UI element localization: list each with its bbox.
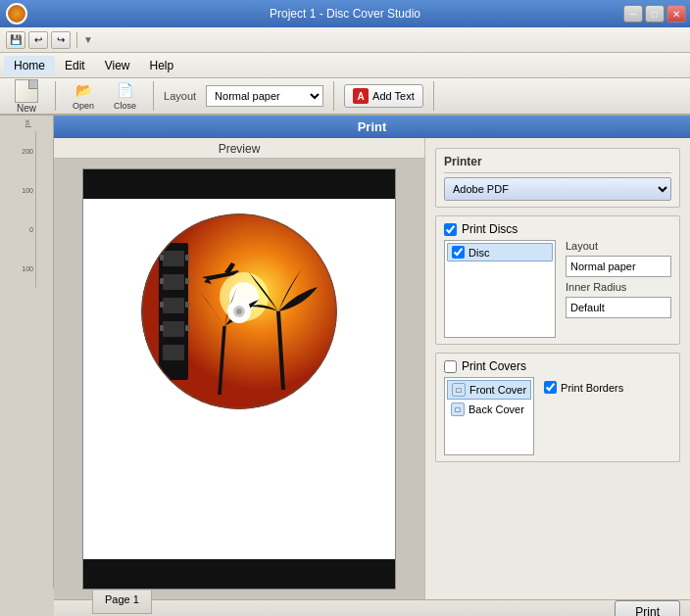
toolbar-extra: ▼ [83, 34, 93, 45]
dialog-title: Print [54, 116, 690, 138]
printer-section-header: Printer [444, 155, 671, 173]
print-discs-checkbox[interactable] [444, 223, 457, 236]
menu-edit[interactable]: Edit [55, 56, 95, 75]
add-text-icon: A [353, 88, 369, 104]
print-discs-section: Print Discs Disc Layout Normal paper [435, 215, 680, 345]
menu-view[interactable]: View [95, 56, 140, 75]
print-borders-row: Print Borders [544, 381, 623, 394]
menu-home[interactable]: Home [4, 56, 55, 75]
disc-checkbox[interactable] [452, 246, 465, 259]
back-cover-icon: □ [451, 403, 465, 416]
svg-rect-13 [160, 302, 164, 308]
menu-help[interactable]: Help [140, 56, 184, 75]
svg-rect-7 [163, 274, 184, 290]
preview-area: Preview [54, 138, 425, 599]
disc-list: Disc [444, 240, 556, 338]
print-dialog: Print Preview [54, 116, 690, 589]
print-borders-checkbox[interactable] [544, 381, 557, 394]
inner-radius-value: Default [566, 297, 671, 318]
layout-select[interactable]: Normal paper CD Single DVD [206, 85, 323, 107]
window-controls[interactable]: ─ □ ✕ [623, 5, 686, 23]
px-label: px [23, 119, 31, 127]
open-icon: 📂 [74, 81, 92, 99]
printer-row: Adobe PDF Microsoft Print to PDF [444, 177, 671, 201]
menu-bar: Home Edit View Help [0, 53, 690, 78]
disc-right-col: Layout Normal paper Inner Radius Default [566, 240, 671, 338]
back-cover-item[interactable]: □ Back Cover [447, 401, 531, 418]
svg-rect-14 [160, 325, 164, 331]
print-covers-checkbox[interactable] [444, 360, 457, 373]
svg-rect-17 [185, 302, 189, 308]
save-button[interactable]: 💾 [6, 31, 25, 49]
right-panel: Printer Adobe PDF Microsoft Print to PDF… [425, 138, 690, 599]
toolbar-separator [76, 32, 77, 48]
open-label: Open [73, 101, 94, 111]
ribbon-sep4 [433, 81, 434, 111]
new-doc-icon [15, 79, 38, 103]
preview-page [82, 168, 396, 590]
close-button[interactable]: ✕ [666, 5, 686, 23]
ribbon-open[interactable]: 📂 Open [66, 78, 101, 114]
app-logo [6, 3, 27, 24]
svg-rect-9 [163, 321, 184, 337]
printer-section: Printer Adobe PDF Microsoft Print to PDF [435, 148, 680, 208]
back-cover-label: Back Cover [468, 403, 524, 415]
ruler-tick-0: 0 [17, 210, 35, 249]
print-discs-checkbox-row: Print Discs [444, 222, 671, 236]
ribbon-close[interactable]: 📄 Close [107, 78, 143, 114]
layout-label: Layout [164, 90, 196, 102]
preview-black-bottom [83, 559, 395, 589]
ribbon-separator [55, 81, 56, 111]
vertical-ruler: 200 100 0 100 [17, 131, 36, 288]
window-title: Project 1 - Disc Cover Studio [270, 7, 420, 21]
page-tab[interactable]: Page 1 [92, 591, 152, 614]
inner-radius-label: Inner Radius [566, 281, 671, 293]
covers-list: □ Front Cover □ Back Cover [444, 377, 534, 455]
add-text-label: Add Text [372, 90, 415, 102]
redo-button[interactable]: ↪ [51, 31, 71, 49]
preview-canvas: Page 1 [54, 159, 424, 599]
disc-item: Disc [447, 243, 553, 261]
disc-image [141, 213, 337, 409]
title-bar: Project 1 - Disc Cover Studio ─ □ ✕ [0, 0, 690, 27]
ribbon: New 📂 Open 📄 Close Layout Normal paper C… [0, 78, 690, 116]
svg-point-23 [236, 308, 242, 314]
quick-access-toolbar: 💾 ↩ ↪ ▼ [0, 27, 690, 53]
svg-rect-18 [185, 325, 189, 331]
layout-field-value: Normal paper [566, 256, 671, 277]
ruler-tick-100: 100 [17, 170, 35, 210]
front-cover-icon: □ [452, 383, 466, 397]
ruler-tick-n100: 100 [17, 249, 35, 288]
close-doc-icon: 📄 [117, 81, 134, 99]
undo-button[interactable]: ↩ [28, 31, 48, 49]
svg-rect-10 [163, 345, 184, 360]
preview-label: Preview [54, 138, 424, 159]
svg-rect-12 [160, 278, 164, 284]
svg-rect-6 [163, 251, 184, 266]
maximize-button[interactable]: □ [645, 5, 665, 23]
ribbon-sep3 [333, 81, 334, 111]
print-discs-label: Print Discs [462, 222, 518, 236]
minimize-button[interactable]: ─ [623, 5, 643, 23]
new-button[interactable]: New [8, 76, 45, 117]
disc-two-col: Disc Layout Normal paper Inner Radius De… [444, 240, 671, 338]
front-cover-label: Front Cover [469, 384, 526, 396]
front-cover-item[interactable]: □ Front Cover [447, 380, 531, 400]
preview-black-top [83, 169, 395, 199]
svg-rect-16 [185, 278, 189, 284]
print-button[interactable]: Print [615, 600, 680, 616]
svg-rect-15 [185, 255, 189, 261]
left-sidebar: px 200 100 0 100 [0, 116, 54, 589]
add-text-button[interactable]: A Add Text [344, 84, 423, 108]
disc-item-label: Disc [468, 247, 489, 259]
svg-rect-8 [163, 298, 184, 313]
print-covers-label: Print Covers [462, 359, 526, 373]
print-covers-section: Print Covers □ Front Cover □ Back Cover [435, 353, 680, 462]
main-content: px 200 100 0 100 Print Preview [0, 116, 690, 589]
new-button-label: New [17, 103, 36, 114]
printer-select[interactable]: Adobe PDF Microsoft Print to PDF [444, 177, 671, 201]
ribbon-sep2 [153, 81, 154, 111]
print-borders-label: Print Borders [561, 382, 623, 394]
layout-field-label: Layout [566, 240, 671, 252]
dialog-body: Preview [54, 138, 690, 599]
